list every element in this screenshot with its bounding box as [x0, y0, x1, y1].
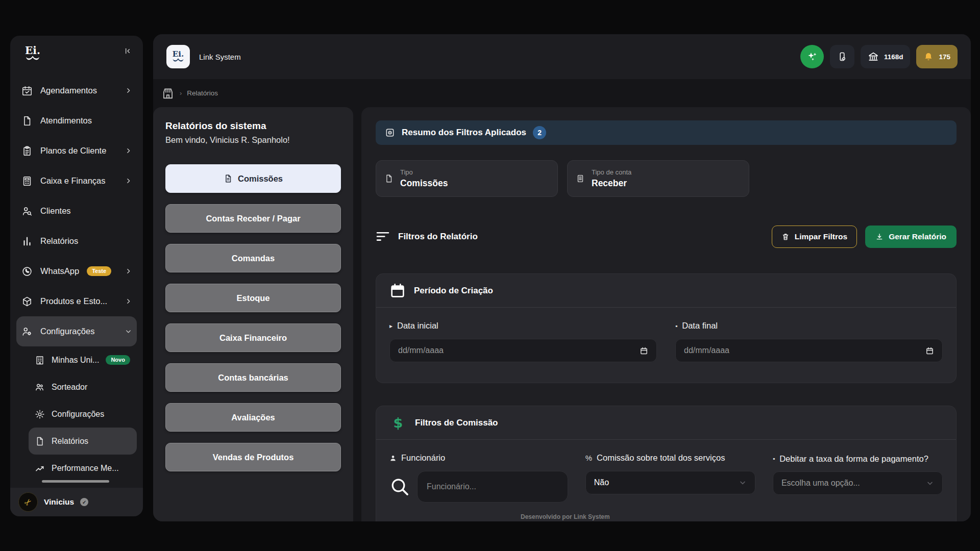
- summary-title: Resumo dos Filtros Aplicados: [402, 128, 526, 138]
- debit-tax-placeholder: Escolha uma opção...: [781, 479, 860, 488]
- app-root: { "header": { "brand": "Link System", "l…: [0, 0, 980, 551]
- commission-card-title: Filtros de Comissão: [415, 418, 498, 428]
- calendar-check-icon: [21, 85, 33, 96]
- header-actions: 1168d 175: [800, 45, 958, 68]
- brand-name: Link System: [199, 53, 241, 61]
- breadcrumb: › Relatórios: [153, 79, 971, 107]
- sidebar-item-label: Sorteador: [52, 383, 87, 392]
- sidebar-item-relatorios-sub[interactable]: Relatórios: [29, 428, 137, 455]
- employee-field: Funcionário: [389, 453, 568, 503]
- square-bullet-icon: ▪: [675, 322, 677, 330]
- employee-search-input[interactable]: [427, 482, 558, 491]
- period-card-header: Período de Criação: [376, 274, 956, 308]
- sidebar-item-produtos-e-estoque[interactable]: Produtos e Esto...: [16, 286, 137, 316]
- calculator-icon: [21, 176, 33, 187]
- sidebar-item-planos-de-cliente[interactable]: Planos de Cliente: [16, 136, 137, 166]
- report-button-comissoes[interactable]: Comissões: [165, 164, 341, 193]
- report-button-contas-bancarias[interactable]: Contas bancárias: [165, 363, 341, 392]
- commission-total-select[interactable]: Não: [585, 471, 755, 494]
- debit-tax-label: ▪ Debitar a taxa da forma de pagamento?: [773, 453, 943, 465]
- mustache-icon: [172, 58, 184, 62]
- report-button-label: Contas Receber / Pagar: [206, 214, 300, 223]
- report-button-label: Vendas de Produtos: [213, 453, 294, 462]
- chevron-right-icon: [125, 147, 132, 154]
- ai-sparkles-button[interactable]: [800, 45, 824, 68]
- report-button-caixa-financeiro[interactable]: Caixa Financeiro: [165, 323, 341, 352]
- chevron-right-icon: [125, 87, 132, 94]
- trending-up-icon: [35, 463, 45, 473]
- person-icon: [389, 455, 397, 462]
- sidebar-item-configuracoes[interactable]: Configurações: [16, 316, 137, 346]
- chip-value: Comissões: [400, 178, 448, 189]
- sidebar-item-performance[interactable]: Performance Me...: [29, 455, 137, 482]
- start-date-input[interactable]: [398, 346, 634, 355]
- bank-counter-button[interactable]: 1168d: [861, 45, 911, 68]
- report-button-label: Caixa Financeiro: [219, 333, 287, 343]
- period-card-title: Período de Criação: [414, 286, 493, 296]
- report-button-vendas-de-produtos[interactable]: Vendas de Produtos: [165, 443, 341, 471]
- report-button-estoque[interactable]: Estoque: [165, 284, 341, 312]
- sparkles-icon: [806, 51, 818, 63]
- sidebar-scrollbar[interactable]: [42, 480, 109, 483]
- generate-report-button[interactable]: Gerar Relatório: [865, 226, 957, 248]
- device-button[interactable]: [830, 45, 854, 68]
- square-bullet-icon: ▪: [773, 455, 775, 463]
- employee-label: Funcionário: [389, 453, 568, 463]
- sidebar-item-sorteador[interactable]: Sorteador: [29, 373, 137, 400]
- sidebar-item-label: Produtos e Esto...: [40, 296, 107, 306]
- sidebar-item-clientes[interactable]: Clientes: [16, 196, 137, 226]
- bank-icon: [868, 51, 879, 62]
- reports-panel: Relatórios do sistema Bem vindo, Viniciu…: [153, 107, 353, 521]
- notifications-button[interactable]: 175: [916, 45, 958, 68]
- sidebar-item-label: Agendamentos: [40, 86, 97, 95]
- logo-text: Ei.: [25, 46, 40, 55]
- filters-toolbar: Filtros do Relatório Limpar Filtros Gera…: [376, 226, 957, 248]
- clear-filters-button[interactable]: Limpar Filtros: [772, 226, 857, 248]
- percent-icon: %: [585, 454, 592, 462]
- document-icon: [384, 173, 394, 184]
- add-surcharges-row[interactable]: + Adicionar acréscimos e desc: [389, 520, 943, 521]
- sidebar-item-relatorios[interactable]: Relatórios: [16, 226, 137, 256]
- sidebar-item-agendamentos[interactable]: Agendamentos: [16, 76, 137, 106]
- chevron-down-icon: [926, 479, 934, 487]
- person-gear-icon: [21, 326, 33, 337]
- sidebar-item-label: Minhas Uni...: [52, 356, 99, 365]
- trash-icon: [781, 233, 790, 241]
- sidebar-user-footer[interactable]: ✂ Vinicius ✓: [10, 488, 143, 516]
- end-date-input-box: [675, 339, 943, 362]
- sidebar-item-whatsapp[interactable]: WhatsApp Teste: [16, 256, 137, 286]
- report-button-label: Estoque: [236, 293, 270, 303]
- sidebar-item-label: Atendimentos: [40, 116, 92, 126]
- reports-title: Relatórios do sistema: [165, 120, 341, 132]
- sidebar-item-atendimentos[interactable]: Atendimentos: [16, 106, 137, 136]
- calendar-picker-icon[interactable]: [640, 346, 648, 355]
- end-date-input[interactable]: [684, 346, 920, 355]
- report-button-avaliacoes[interactable]: Avaliações: [165, 403, 341, 432]
- period-card: Período de Criação ▸ Data inicial: [376, 273, 957, 383]
- chevron-right-icon: [125, 178, 132, 184]
- sidebar-item-caixa-e-financas[interactable]: Caixa e Finanças: [16, 166, 137, 196]
- search-icon: [389, 477, 410, 497]
- sidebar-item-label: Planos de Cliente: [40, 146, 106, 156]
- sidebar-collapse-icon[interactable]: [122, 46, 133, 56]
- debit-tax-select[interactable]: Escolha uma opção...: [773, 471, 943, 495]
- sidebar-item-minhas-unidades[interactable]: Minhas Uni... Novo: [29, 346, 137, 373]
- calendar-picker-icon[interactable]: [925, 346, 934, 355]
- report-button-contas-receber-pagar[interactable]: Contas Receber / Pagar: [165, 204, 341, 233]
- sidebar-item-label: Configurações: [40, 327, 94, 336]
- report-button-comandas[interactable]: Comandas: [165, 244, 341, 272]
- commission-total-label: % Comissão sobre total dos serviços: [585, 453, 755, 463]
- sidebar-item-label: Clientes: [40, 206, 71, 216]
- sidebar-item-label: Relatórios: [52, 437, 88, 446]
- chip-label: Tipo: [400, 168, 448, 176]
- home-icon[interactable]: [161, 87, 175, 100]
- sidebar-item-configuracoes-sub[interactable]: Configurações: [29, 400, 137, 428]
- main-area: Ei. Link System 1168d 175 › Relatórios: [153, 34, 971, 521]
- brand-logo: Ei.: [166, 45, 190, 68]
- sidebar-header: Ei.: [10, 36, 143, 70]
- commission-card-header: $ Filtros de Comissão: [376, 406, 956, 440]
- breadcrumb-separator: ›: [180, 89, 182, 97]
- breadcrumb-current[interactable]: Relatórios: [187, 89, 218, 97]
- chip-value: Receber: [592, 178, 631, 189]
- chevron-down-icon: [739, 479, 747, 487]
